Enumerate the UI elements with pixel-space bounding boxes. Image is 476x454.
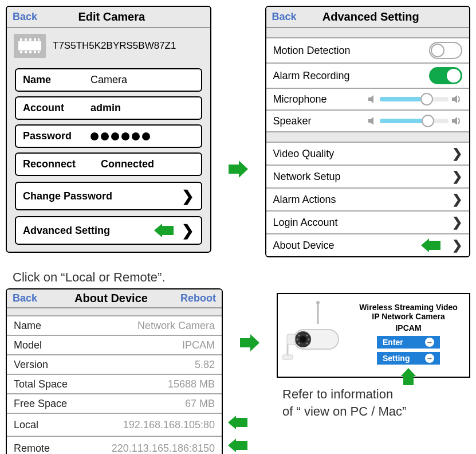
name-field[interactable]: Name Camera [15, 68, 202, 92]
about-local-label: Local [14, 419, 123, 431]
about-local-row[interactable]: Local 192.168.168.105:80 [7, 414, 222, 437]
advanced-setting-row[interactable]: Advanced Setting ❯ [15, 216, 202, 245]
about-remote-value: 220.113.165.186:8150 [112, 443, 215, 455]
svg-marker-13 [154, 224, 174, 237]
microphone-row[interactable]: Microphone [266, 89, 470, 111]
instruction-text: Click on “Local or Remote”. [13, 270, 470, 285]
edit-camera-header: Back Edit Camera [7, 7, 210, 28]
about-name-value: Network Camera [137, 320, 215, 332]
svg-marker-35 [401, 368, 416, 385]
motion-detection-row[interactable]: Motion Detection [266, 38, 470, 64]
chevron-right-icon: ❯ [452, 215, 462, 230]
chevron-right-icon: ❯ [452, 192, 462, 207]
about-remote-label: Remote [14, 443, 112, 455]
svg-marker-17 [368, 117, 373, 125]
reconnect-field[interactable]: Reconnect Connected [15, 152, 202, 176]
svg-point-26 [298, 335, 300, 336]
advanced-setting-label: Advanced Setting [23, 225, 110, 237]
about-free-space-row: Free Space 67 MB [7, 394, 222, 414]
svg-rect-7 [38, 38, 40, 41]
svg-marker-14 [229, 161, 248, 178]
password-label: Password [23, 130, 91, 142]
about-version-row: Version 5.82 [7, 355, 222, 375]
volume-low-icon [368, 116, 376, 126]
about-remote-row[interactable]: Remote 220.113.165.186:8150 [7, 437, 222, 454]
page-title: Edit Camera [42, 10, 204, 24]
setting-button[interactable]: Setting → [377, 352, 440, 365]
microphone-slider[interactable] [380, 97, 449, 101]
network-setup-label: Network Setup [273, 171, 453, 183]
reconnect-label: Reconnect [23, 158, 91, 170]
web-title-line2: IP Network Camera [356, 312, 461, 321]
network-setup-row[interactable]: Network Setup ❯ [266, 166, 470, 189]
about-total-space-label: Total Space [14, 378, 168, 390]
password-mask [91, 132, 150, 140]
account-value: admin [91, 102, 121, 114]
svg-point-27 [306, 335, 308, 336]
section-separator [266, 28, 470, 38]
hint-arrow-icon [228, 416, 247, 429]
password-field[interactable]: Password [15, 124, 202, 148]
chevron-right-icon: ❯ [452, 146, 462, 161]
about-total-space-row: Total Space 15688 MB [7, 375, 222, 394]
svg-marker-20 [240, 334, 259, 351]
account-label: Account [23, 102, 91, 114]
refer-line2: of “ view on PC / Mac” [282, 403, 406, 420]
svg-rect-9 [25, 51, 27, 53]
motion-label: Motion Detection [273, 45, 430, 57]
svg-rect-32 [287, 334, 295, 345]
speaker-label: Speaker [273, 115, 369, 127]
about-name-label: Name [14, 320, 137, 332]
svg-rect-6 [34, 38, 36, 41]
svg-rect-8 [20, 51, 22, 53]
svg-point-30 [297, 339, 298, 340]
svg-point-25 [300, 336, 306, 343]
hint-arrow-icon [228, 439, 247, 452]
change-password-row[interactable]: Change Password ❯ [15, 182, 202, 210]
section-separator [7, 308, 222, 316]
svg-rect-3 [20, 38, 22, 41]
about-device-row[interactable]: About Device ❯ [266, 234, 470, 256]
login-account-row[interactable]: Login Account ❯ [266, 212, 470, 234]
alarm-recording-label: Alarm Recording [273, 70, 430, 82]
refer-text: Refer to information of “ view on PC / M… [277, 386, 406, 420]
svg-point-22 [316, 301, 320, 304]
about-model-value: IPCAM [182, 339, 215, 351]
svg-rect-10 [29, 51, 32, 53]
reboot-button[interactable]: Reboot [180, 292, 216, 304]
enter-button-label: Enter [383, 338, 403, 347]
svg-point-28 [298, 343, 300, 345]
back-button[interactable]: Back [13, 292, 37, 304]
change-password-label: Change Password [23, 190, 112, 202]
svg-rect-4 [25, 38, 27, 41]
svg-rect-11 [34, 51, 36, 53]
alarm-recording-row[interactable]: Alarm Recording [266, 64, 470, 89]
svg-marker-16 [452, 95, 457, 103]
about-version-value: 5.82 [195, 359, 215, 371]
alarm-actions-label: Alarm Actions [273, 194, 453, 206]
svg-marker-15 [368, 95, 373, 103]
device-id-row: T7S5TH5K2BYRS5BW87Z1 [7, 28, 210, 64]
about-version-label: Version [14, 359, 195, 371]
enter-button[interactable]: Enter → [377, 336, 440, 349]
about-device-panel: Back About Device Reboot Name Network Ca… [6, 288, 223, 454]
svg-marker-36 [228, 416, 247, 429]
video-quality-row[interactable]: Video Quality ❯ [266, 143, 470, 166]
account-field[interactable]: Account admin [15, 96, 202, 120]
alarm-recording-toggle[interactable] [429, 67, 462, 84]
back-button[interactable]: Back [13, 11, 37, 23]
chevron-right-icon: ❯ [182, 189, 194, 203]
back-button[interactable]: Back [272, 11, 297, 23]
motion-toggle[interactable] [429, 42, 462, 59]
page-title: Advanced Setting [301, 10, 463, 24]
speaker-slider[interactable] [380, 119, 449, 123]
about-name-row: Name Network Camera [7, 316, 222, 336]
chevron-right-icon: ❯ [452, 238, 462, 253]
volume-high-icon [452, 95, 462, 104]
about-device-label: About Device [273, 240, 422, 252]
speaker-row[interactable]: Speaker [266, 111, 470, 132]
about-device-header: Back About Device Reboot [7, 289, 222, 308]
alarm-actions-row[interactable]: Alarm Actions ❯ [266, 189, 470, 212]
chevron-right-icon: ❯ [182, 223, 194, 238]
svg-marker-19 [421, 238, 440, 252]
